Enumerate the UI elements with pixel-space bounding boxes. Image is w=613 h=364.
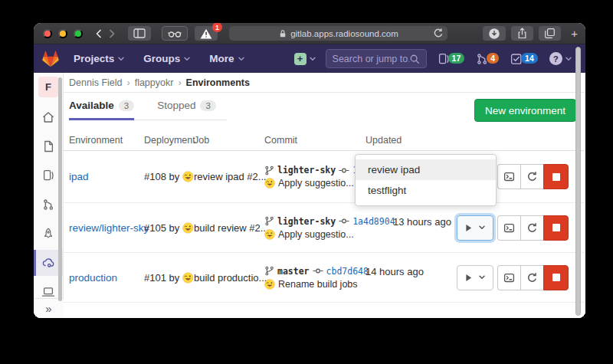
- help-icon: ?: [549, 52, 562, 65]
- toolbar-right-group: +: [483, 26, 579, 41]
- environments-page: Dennis Field › flappyokr › Environments …: [64, 73, 585, 318]
- tab-overview-button[interactable]: [539, 26, 561, 41]
- warning-count-badge: 1: [212, 23, 222, 32]
- issues-dashboard-button[interactable]: 17: [438, 53, 465, 65]
- commit-sha-link[interactable]: 1a4d8904: [352, 216, 395, 227]
- row-actions: [439, 215, 569, 241]
- chevron-down-icon: [478, 224, 486, 231]
- tabs-icon: [544, 28, 556, 39]
- updated-time: 14 hours ago: [366, 253, 439, 277]
- terminal-button[interactable]: [497, 164, 520, 189]
- zoom-button[interactable]: [74, 29, 83, 38]
- minimize-button[interactable]: [58, 29, 67, 38]
- menu-more[interactable]: More: [209, 53, 244, 64]
- plus-icon: +: [294, 53, 306, 65]
- chevron-down-icon: [238, 55, 245, 63]
- deploy-to-dropdown-button[interactable]: [457, 265, 493, 290]
- zany-face-emoji: [264, 178, 275, 189]
- branch-icon: [264, 166, 274, 175]
- menu-projects[interactable]: Projects: [74, 53, 125, 64]
- commit-cell: master cbd7d648 Rename build jobs: [264, 264, 366, 290]
- environment-link[interactable]: ipad: [69, 171, 144, 182]
- address-bar[interactable]: gitlab.apps.radiosound.com: [229, 26, 447, 41]
- downloads-button[interactable]: [483, 26, 506, 41]
- project-avatar[interactable]: F: [38, 77, 58, 97]
- commit-icon: [339, 218, 349, 225]
- todos-button[interactable]: 14: [510, 53, 538, 65]
- dropdown-item-testflight[interactable]: testflight: [356, 180, 496, 201]
- tab-stopped[interactable]: Stopped 3: [157, 100, 216, 120]
- stopped-count-badge: 3: [200, 100, 215, 111]
- gitlab-logo[interactable]: [41, 50, 60, 67]
- breadcrumb-separator: ›: [178, 77, 181, 88]
- breadcrumb-separator: ›: [126, 77, 129, 88]
- help-menu[interactable]: ?: [549, 52, 572, 65]
- stop-environment-button[interactable]: [543, 265, 569, 290]
- row-actions: [439, 265, 569, 290]
- chevron-down-icon: [478, 274, 486, 281]
- reload-button[interactable]: [433, 28, 444, 38]
- environment-link[interactable]: review/lighter-sky: [69, 222, 144, 234]
- merge-requests-button[interactable]: 4: [476, 53, 499, 65]
- breadcrumb-project[interactable]: flappyokr: [135, 77, 174, 88]
- project-sidebar: F »: [34, 73, 64, 318]
- sidebar-toggle-button[interactable]: [128, 26, 151, 41]
- branch-link[interactable]: master: [277, 266, 310, 277]
- deployment-id: #105 by: [144, 222, 179, 234]
- commit-message: Apply suggestio...: [278, 229, 354, 240]
- tanuki-icon: [41, 50, 60, 67]
- browser-window: 1 gitlab.apps.radiosound.com + Projects …: [34, 23, 585, 318]
- browser-toolbar: 1 gitlab.apps.radiosound.com +: [34, 23, 585, 44]
- zany-face-emoji: [264, 229, 275, 240]
- gitlab-navbar: Projects Groups More + 17 4 14: [34, 44, 585, 73]
- table-row: ipad #108 by review ipad #2... lighter-s…: [64, 151, 585, 203]
- breadcrumb-current: Environments: [186, 77, 250, 88]
- zany-face-emoji: [182, 272, 194, 284]
- warning-triangle-icon: [200, 28, 212, 39]
- zany-face-emoji: [182, 222, 194, 234]
- privacy-report-button[interactable]: [162, 26, 188, 41]
- branch-link[interactable]: lighter-sky: [277, 216, 336, 227]
- page-scrollbar[interactable]: [575, 47, 581, 316]
- stop-environment-button[interactable]: [543, 215, 569, 241]
- close-button[interactable]: [43, 29, 52, 38]
- environment-buttons: [497, 265, 569, 290]
- terminal-button[interactable]: [497, 215, 520, 241]
- menu-groups[interactable]: Groups: [143, 53, 191, 64]
- commit-message: Apply suggestio...: [278, 178, 354, 189]
- dropdown-item-review-ipad[interactable]: review ipad: [356, 159, 496, 180]
- commit-cell: lighter-sky 1a4d8904 Apply suggestio...: [264, 164, 366, 190]
- forward-button[interactable]: [107, 29, 116, 38]
- stop-environment-button[interactable]: [543, 164, 569, 189]
- updated-time: 13 hours ago: [393, 203, 439, 228]
- redeploy-button[interactable]: [520, 164, 543, 189]
- chevron-down-icon: [183, 55, 191, 63]
- share-button[interactable]: [511, 26, 533, 41]
- job-name: build productio...: [194, 272, 264, 284]
- issues-count-badge: 17: [448, 53, 465, 64]
- deploy-to-dropdown-button[interactable]: [457, 215, 493, 241]
- todos-count-badge: 14: [521, 53, 538, 64]
- breadcrumb-group[interactable]: Dennis Field: [69, 77, 122, 88]
- redeploy-button[interactable]: [520, 215, 543, 241]
- chevron-down-icon: [117, 55, 125, 63]
- new-tab-button[interactable]: +: [566, 27, 579, 40]
- tabs-row: Available 3 Stopped 3 New environment: [64, 93, 585, 130]
- redeploy-button[interactable]: [520, 265, 543, 290]
- tab-available[interactable]: Available 3: [69, 100, 134, 120]
- sidebar-scrollbar[interactable]: [58, 77, 62, 301]
- desktop-background: { "browser": { "url": "gitlab.apps.radio…: [0, 0, 613, 364]
- commit-sha-link[interactable]: cbd7d648: [326, 266, 369, 277]
- back-button[interactable]: [94, 29, 103, 38]
- branch-link[interactable]: lighter-sky: [277, 165, 336, 175]
- website-warning-button[interactable]: 1: [195, 26, 218, 41]
- new-item-menu[interactable]: +: [294, 53, 316, 65]
- search-input[interactable]: [333, 54, 409, 64]
- merge-request-icon: [42, 198, 54, 211]
- retry-icon: [526, 272, 538, 284]
- chevron-down-icon: [309, 55, 316, 63]
- new-environment-button[interactable]: New environment: [474, 99, 576, 122]
- terminal-button[interactable]: [497, 265, 520, 290]
- environment-link[interactable]: production: [69, 272, 144, 284]
- terminal-icon: [503, 222, 515, 234]
